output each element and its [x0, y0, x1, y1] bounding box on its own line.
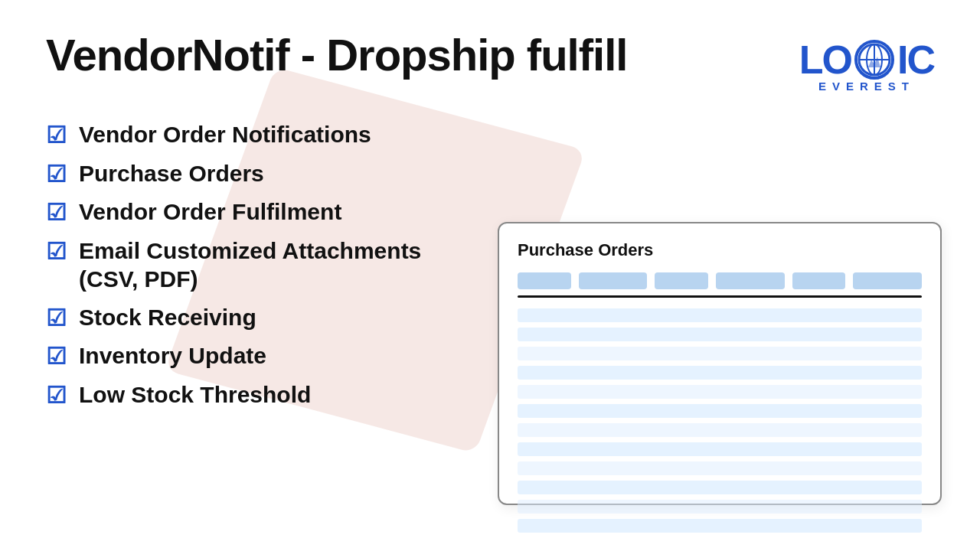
po-tab-2[interactable] [579, 272, 648, 289]
table-row [518, 404, 922, 418]
table-row [518, 442, 922, 456]
feature-label: Vendor Order Fulfilment [79, 197, 341, 227]
table-row [518, 347, 922, 360]
po-tab-3[interactable] [655, 272, 708, 289]
checkmark-icon: ☑ [46, 381, 67, 410]
po-tab-6[interactable] [853, 272, 922, 289]
po-table-rows [518, 308, 922, 533]
table-row [518, 308, 922, 322]
po-tab-1[interactable] [518, 272, 571, 289]
table-row [518, 423, 922, 437]
checkmark-icon: ☑ [46, 304, 67, 333]
po-divider [518, 295, 922, 298]
checkmark-icon: ☑ [46, 121, 67, 150]
checkmark-icon: ☑ [46, 237, 67, 266]
po-tabs [518, 272, 922, 289]
logo-subtitle: EVEREST [818, 80, 915, 93]
logo: LO IC EVEREST [799, 37, 934, 93]
logo-globe-icon [854, 40, 894, 80]
feature-item-purchase-orders: ☑ Purchase Orders [46, 159, 934, 189]
feature-label: Email Customized Attachments(CSV, PDF) [79, 236, 421, 294]
feature-label: Inventory Update [79, 341, 266, 370]
purchase-orders-card: Purchase Orders [498, 222, 942, 505]
feature-label: Purchase Orders [79, 159, 264, 188]
po-tab-4[interactable] [716, 272, 785, 289]
table-row [518, 366, 922, 380]
table-row [518, 385, 922, 399]
table-row [518, 500, 922, 514]
checkmark-icon: ☑ [46, 198, 67, 227]
logo-right-text: IC [897, 37, 934, 83]
po-tab-5[interactable] [792, 272, 846, 289]
table-row [518, 461, 922, 475]
page-title: VendorNotif - Dropship fulfill [46, 31, 627, 80]
table-row [518, 481, 922, 494]
header: VendorNotif - Dropship fulfill LO IC [46, 31, 934, 93]
logo-left-text: LO [799, 37, 851, 83]
checkmark-icon: ☑ [46, 342, 67, 371]
checkmark-icon: ☑ [46, 160, 67, 189]
feature-label: Vendor Order Notifications [79, 120, 371, 149]
table-row [518, 519, 922, 533]
feature-label: Stock Receiving [79, 303, 256, 332]
feature-label: Low Stock Threshold [79, 380, 311, 409]
feature-item-vendor-order-notifications: ☑ Vendor Order Notifications [46, 120, 934, 150]
po-card-title: Purchase Orders [518, 240, 922, 260]
table-row [518, 328, 922, 341]
